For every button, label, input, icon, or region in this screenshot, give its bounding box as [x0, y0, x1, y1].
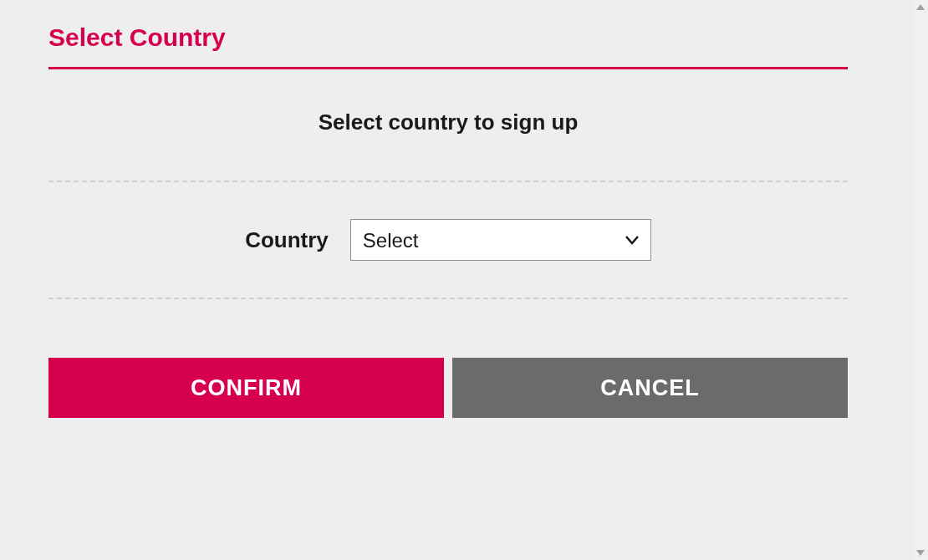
subtitle: Select country to sign up: [48, 69, 848, 181]
scrollbar-arrow-down-icon[interactable]: [913, 545, 928, 560]
confirm-button[interactable]: CONFIRM: [48, 358, 444, 418]
country-select-value: Select: [351, 220, 650, 262]
svg-marker-0: [916, 4, 925, 10]
page-title: Select Country: [48, 17, 848, 67]
button-row: CONFIRM CANCEL: [48, 299, 848, 418]
svg-marker-1: [916, 550, 925, 556]
scrollbar[interactable]: [913, 0, 928, 560]
scrollbar-arrow-up-icon[interactable]: [913, 0, 928, 15]
country-select[interactable]: Select: [350, 219, 651, 261]
cancel-button[interactable]: CANCEL: [452, 358, 848, 418]
country-field-row: Country Select: [48, 182, 848, 298]
select-country-panel: Select Country Select country to sign up…: [0, 0, 896, 418]
country-label: Country: [245, 227, 329, 253]
